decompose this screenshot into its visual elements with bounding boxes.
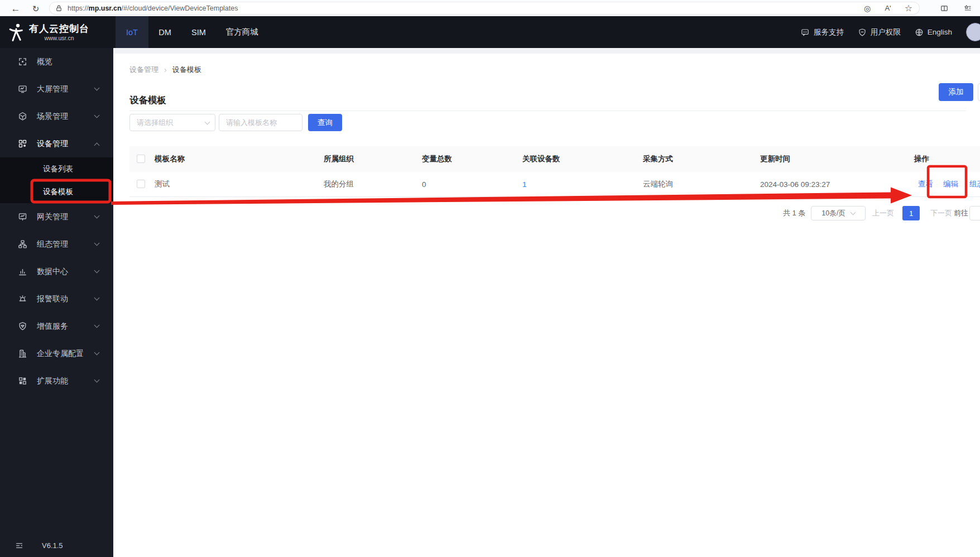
select-all-checkbox[interactable]: [137, 155, 145, 163]
scada-action-link[interactable]: 组态: [969, 172, 980, 196]
alarm-icon: [18, 294, 27, 304]
column-header-operations: 操作: [914, 146, 929, 172]
tab-sim[interactable]: SIM: [181, 16, 216, 48]
sidebar-subitem-device-template[interactable]: 设备模板: [0, 180, 113, 203]
previous-page-button[interactable]: 上一页: [872, 206, 894, 220]
organization-select-placeholder: 请选择组织: [137, 118, 205, 128]
sidebar-item-scene[interactable]: 场景管理: [0, 103, 113, 130]
pagination-total: 共 1 条: [783, 206, 805, 220]
sidebar-item-device-management[interactable]: 设备管理: [0, 130, 113, 157]
column-header-linked-devices: 关联设备数: [522, 146, 560, 172]
brand-subtitle: www.usr.cn: [44, 35, 74, 41]
goto-page-input[interactable]: [969, 206, 980, 220]
cell-template-name: 测试: [155, 172, 170, 196]
geolocation-icon[interactable]: ◎: [862, 3, 872, 13]
sidebar-label: 增值服务: [37, 321, 68, 332]
sidebar-item-alarm-linkage[interactable]: 报警联动: [0, 285, 113, 313]
chevron-down-icon: [94, 241, 100, 246]
template-name-input[interactable]: [219, 114, 302, 131]
goto-page-label: 前往: [954, 206, 968, 220]
chevron-down-icon: [205, 119, 210, 124]
table-row: 测试 我的分组 0 1 云端轮询 2024-03-06 09:23:27 查看 …: [129, 172, 980, 197]
tab-iot[interactable]: IoT: [116, 16, 148, 48]
shield-icon: [858, 28, 867, 37]
sidebar-item-gateway[interactable]: 网关管理: [0, 203, 113, 231]
user-avatar[interactable]: [966, 23, 980, 41]
edit-action-link[interactable]: 编辑: [943, 172, 958, 196]
row-checkbox[interactable]: [137, 180, 145, 188]
cell-variable-total: 0: [422, 172, 426, 196]
column-header-collect-method: 采集方式: [643, 146, 673, 172]
chevron-down-icon: [850, 210, 856, 215]
chevron-down-icon: [94, 323, 100, 328]
next-page-button[interactable]: 下一页: [930, 206, 952, 220]
table-header-row: 模板名称 所属组织 变量总数 关联设备数 采集方式 更新时间 操作: [129, 146, 980, 172]
page-size-value: 10条/页: [822, 209, 845, 218]
browser-refresh-icon[interactable]: ↻: [29, 2, 42, 15]
add-button[interactable]: 添加: [939, 83, 973, 101]
cell-linked-devices-link[interactable]: 1: [522, 172, 527, 196]
chevron-down-icon: [94, 377, 100, 383]
url-text: https://mp.usr.cn/#/cloud/device/ViewDev…: [68, 4, 862, 12]
breadcrumb-parent[interactable]: 设备管理: [129, 65, 158, 75]
breadcrumb-current: 设备模板: [172, 65, 201, 75]
search-button[interactable]: 查询: [308, 114, 342, 131]
user-permissions-item[interactable]: 用户权限: [858, 27, 901, 37]
sidebar-label: 组态管理: [37, 239, 68, 249]
chevron-down-icon: [94, 268, 100, 273]
big-screen-icon: [18, 84, 27, 94]
breadcrumb-separator-icon: ›: [164, 65, 167, 74]
chevron-down-icon: [94, 113, 100, 118]
sidebar-navigation: 概览 大屏管理 场景管理 设备管理 设备列表 设备模板 网关管理 组态: [0, 48, 113, 557]
sidebar-item-value-added[interactable]: 增值服务: [0, 313, 113, 340]
tab-dm[interactable]: DM: [148, 16, 181, 48]
gateway-icon: [18, 212, 27, 222]
collapse-sidebar-icon[interactable]: [15, 541, 24, 550]
browser-back-icon[interactable]: ←: [9, 2, 22, 15]
current-page-button[interactable]: 1: [902, 206, 920, 220]
favorite-star-icon[interactable]: ☆: [904, 3, 914, 13]
user-permissions-label: 用户权限: [871, 27, 901, 37]
sidebar-item-data-center[interactable]: 数据中心: [0, 258, 113, 285]
service-support-item[interactable]: 服务支持: [800, 27, 844, 37]
sidebar-footer: V6.1.5: [0, 534, 113, 557]
page-title: 设备模板: [129, 94, 166, 107]
read-aloud-icon[interactable]: Aʹ: [883, 3, 893, 13]
sidebar-item-extensions[interactable]: 扩展功能: [0, 367, 113, 395]
device-icon: [18, 139, 27, 148]
clipped-secondary-button[interactable]: [978, 83, 980, 101]
view-action-link[interactable]: 查看: [918, 172, 933, 196]
device-management-submenu: 设备列表 设备模板: [0, 157, 113, 203]
chevron-down-icon: [94, 213, 100, 219]
column-header-template-name: 模板名称: [155, 146, 185, 172]
sidebar-item-enterprise-config[interactable]: 企业专属配置: [0, 340, 113, 367]
address-bar[interactable]: https://mp.usr.cn/#/cloud/device/ViewDev…: [49, 2, 920, 15]
organization-select[interactable]: 请选择组织: [129, 114, 215, 131]
brand-title: 有人云控制台: [29, 23, 89, 35]
lock-icon: [55, 4, 63, 12]
brand-logo[interactable]: 有人云控制台 www.usr.cn: [8, 16, 89, 48]
sidebar-item-overview[interactable]: 概览: [0, 48, 113, 75]
language-label: English: [928, 28, 952, 36]
value-added-icon: [18, 321, 27, 331]
sidebar-label: 概览: [37, 57, 52, 67]
collections-icon[interactable]: [961, 2, 974, 15]
sidebar-item-big-screen[interactable]: 大屏管理: [0, 75, 113, 103]
split-screen-icon[interactable]: [938, 2, 951, 15]
language-switch-item[interactable]: English: [915, 28, 952, 37]
column-header-variable-total: 变量总数: [422, 146, 452, 172]
main-top-strip: [113, 48, 980, 54]
pagination: 共 1 条 10条/页 上一页 1 下一页 前往: [113, 206, 980, 220]
sidebar-label: 大屏管理: [37, 84, 68, 94]
version-label: V6.1.5: [42, 541, 63, 550]
sidebar-item-scada[interactable]: 组态管理: [0, 231, 113, 258]
product-tabs: IoT DM SIM 官方商城: [116, 16, 268, 48]
column-header-organization: 所属组织: [324, 146, 354, 172]
sidebar-subitem-device-list[interactable]: 设备列表: [0, 157, 113, 180]
page-size-select[interactable]: 10条/页: [811, 206, 866, 220]
topnav-right: 服务支持 用户权限 English: [800, 16, 974, 48]
top-navigation: 有人云控制台 www.usr.cn IoT DM SIM 官方商城 服务支持 用…: [0, 16, 980, 48]
usr-logo-icon: [8, 23, 25, 42]
tab-official-mall[interactable]: 官方商城: [216, 16, 268, 48]
scene-icon: [18, 112, 27, 121]
